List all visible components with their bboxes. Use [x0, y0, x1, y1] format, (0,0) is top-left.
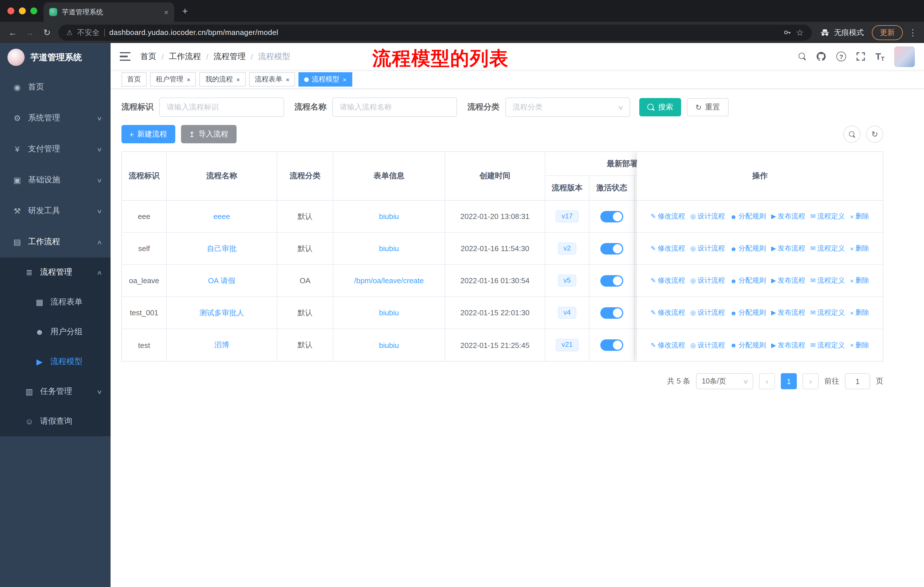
- sidebar-item-infrastructure[interactable]: ▣基础设施∨: [0, 165, 111, 195]
- sidebar-item-process-model[interactable]: ▶流程模型: [0, 347, 111, 377]
- form-info-link[interactable]: biubiu: [333, 329, 445, 361]
- sidebar-item-workflow[interactable]: ▤工作流程∧: [0, 227, 111, 257]
- process-name-link[interactable]: eeee: [167, 201, 277, 232]
- action-modify-link[interactable]: ✎修改流程: [650, 340, 685, 350]
- process-key-input[interactable]: 请输入流程标识: [159, 98, 284, 117]
- breadcrumb-item[interactable]: 流程管理: [214, 51, 246, 62]
- sidebar-item-process-form[interactable]: ▦流程表单: [0, 287, 111, 317]
- action-delete-link[interactable]: ×删除: [850, 212, 869, 221]
- font-size-icon[interactable]: TT: [875, 51, 884, 62]
- action-design-link[interactable]: ◎设计流程: [690, 308, 725, 317]
- form-info-link[interactable]: /bpm/oa/leave/create: [333, 265, 445, 296]
- action-definition-link[interactable]: ✉流程定义: [810, 244, 845, 253]
- tag-process-form[interactable]: 流程表单×: [249, 72, 295, 86]
- action-design-link[interactable]: ◎设计流程: [690, 276, 725, 286]
- action-definition-link[interactable]: ✉流程定义: [810, 276, 845, 286]
- close-icon[interactable]: ×: [187, 76, 190, 83]
- action-assign-link[interactable]: ☻分配规则: [730, 276, 766, 286]
- breadcrumb-item[interactable]: 工作流程: [169, 51, 201, 62]
- sidebar-item-leave-query[interactable]: ☺请假查询: [0, 407, 111, 436]
- update-button[interactable]: 更新: [872, 25, 903, 40]
- next-page-button[interactable]: ›: [803, 373, 818, 389]
- sidebar-item-system[interactable]: ⚙系统管理∨: [0, 103, 111, 134]
- version-tag[interactable]: v4: [558, 306, 576, 319]
- version-tag[interactable]: v17: [556, 210, 579, 222]
- process-name-link[interactable]: 自己审批: [167, 233, 277, 264]
- action-modify-link[interactable]: ✎修改流程: [650, 276, 685, 286]
- form-info-link[interactable]: biubiu: [333, 297, 445, 329]
- sidebar-item-devtools[interactable]: ⚒研发工具∨: [0, 195, 111, 227]
- import-process-button[interactable]: ↥导入流程: [181, 125, 236, 143]
- forward-button[interactable]: →: [24, 28, 36, 37]
- refresh-table-button[interactable]: ↻: [866, 126, 883, 143]
- action-publish-link[interactable]: ▶发布流程: [771, 308, 805, 317]
- action-publish-link[interactable]: ▶发布流程: [771, 244, 805, 253]
- fullscreen-icon[interactable]: [856, 51, 866, 61]
- process-name-link[interactable]: 滔博: [167, 329, 277, 361]
- action-delete-link[interactable]: ×删除: [850, 276, 869, 286]
- version-tag[interactable]: v5: [558, 274, 576, 287]
- help-icon[interactable]: ?: [837, 51, 846, 61]
- sidebar-item-task-manage[interactable]: ▥任务管理∨: [0, 377, 111, 407]
- search-icon[interactable]: [799, 53, 806, 60]
- new-tab-button[interactable]: +: [182, 6, 188, 17]
- action-delete-link[interactable]: ×删除: [850, 308, 869, 317]
- action-publish-link[interactable]: ▶发布流程: [771, 276, 805, 286]
- action-modify-link[interactable]: ✎修改流程: [650, 308, 685, 317]
- breadcrumb-item[interactable]: 首页: [140, 51, 157, 62]
- action-assign-link[interactable]: ☻分配规则: [730, 308, 766, 317]
- action-modify-link[interactable]: ✎修改流程: [650, 212, 685, 221]
- form-info-link[interactable]: biubiu: [333, 201, 445, 232]
- logo[interactable]: 芋道管理系统: [0, 43, 111, 72]
- active-toggle[interactable]: [601, 275, 623, 286]
- action-design-link[interactable]: ◎设计流程: [690, 340, 725, 350]
- active-toggle[interactable]: [601, 243, 623, 254]
- prev-page-button[interactable]: ‹: [759, 373, 775, 389]
- form-info-link[interactable]: biubiu: [333, 233, 445, 264]
- action-definition-link[interactable]: ✉流程定义: [810, 340, 845, 350]
- minimize-window-button[interactable]: [19, 7, 26, 14]
- version-tag[interactable]: v2: [558, 242, 576, 255]
- sidebar-item-payment[interactable]: ¥支付管理∨: [0, 134, 111, 165]
- toggle-search-button[interactable]: [843, 126, 860, 143]
- hamburger-icon[interactable]: [120, 52, 130, 61]
- security-label[interactable]: 不安全: [78, 27, 100, 38]
- sidebar-item-home[interactable]: ◉首页: [0, 72, 111, 103]
- user-avatar[interactable]: [894, 46, 915, 67]
- process-name-link[interactable]: OA 请假: [167, 265, 277, 296]
- search-button[interactable]: 搜索: [639, 98, 681, 116]
- active-toggle[interactable]: [601, 307, 623, 318]
- tag-tenant[interactable]: 租户管理×: [150, 72, 196, 86]
- goto-page-input[interactable]: 1: [845, 373, 870, 389]
- page-size-select[interactable]: 10条/页∨: [696, 373, 753, 389]
- create-process-button[interactable]: +新建流程: [121, 125, 175, 143]
- action-delete-link[interactable]: ×删除: [850, 340, 869, 350]
- close-tab-icon[interactable]: ×: [164, 8, 168, 17]
- action-publish-link[interactable]: ▶发布流程: [771, 340, 805, 350]
- zoom-window-button[interactable]: [30, 7, 37, 14]
- action-assign-link[interactable]: ☻分配规则: [730, 244, 766, 253]
- github-icon[interactable]: [816, 51, 827, 62]
- action-design-link[interactable]: ◎设计流程: [690, 244, 725, 253]
- action-definition-link[interactable]: ✉流程定义: [810, 212, 845, 221]
- process-name-input[interactable]: 请输入流程名称: [332, 98, 457, 117]
- browser-menu-icon[interactable]: ⋮: [909, 27, 917, 38]
- back-button[interactable]: ←: [7, 28, 18, 37]
- close-window-button[interactable]: [7, 7, 14, 14]
- password-key-icon[interactable]: [783, 28, 791, 37]
- page-1-button[interactable]: 1: [781, 373, 797, 389]
- sidebar-item-process-manage[interactable]: ≣流程管理∧: [0, 257, 111, 287]
- process-category-select[interactable]: 流程分类∨: [505, 98, 630, 117]
- action-assign-link[interactable]: ☻分配规则: [730, 212, 766, 221]
- tag-my-process[interactable]: 我的流程×: [200, 72, 246, 86]
- address-bar[interactable]: ⚠ 不安全 dashboard.yudao.iocoder.cn/bpm/man…: [58, 24, 812, 40]
- bookmark-star-icon[interactable]: ☆: [796, 27, 804, 38]
- active-toggle[interactable]: [601, 339, 623, 351]
- action-modify-link[interactable]: ✎修改流程: [650, 244, 685, 253]
- close-icon[interactable]: ×: [236, 76, 240, 83]
- close-icon[interactable]: ×: [343, 76, 346, 83]
- reset-button[interactable]: ↻重置: [687, 98, 729, 116]
- action-design-link[interactable]: ◎设计流程: [690, 212, 725, 221]
- browser-tab[interactable]: 芋道管理系统 ×: [43, 2, 174, 22]
- action-delete-link[interactable]: ×删除: [850, 244, 869, 253]
